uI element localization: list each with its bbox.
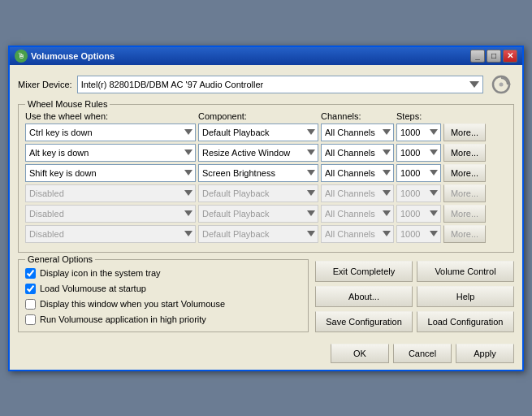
minimize-button[interactable]: _ [470,50,485,63]
steps-select-3[interactable]: 1000 [396,164,441,182]
checkbox-label-4: Run Volumouse application in high priori… [40,314,206,324]
channels-select-3[interactable]: All Channels [321,164,394,182]
header-steps: Steps: [396,111,441,121]
channels-select-4[interactable]: All Channels [321,184,394,202]
rule-row-6: Disabled Default Playback All Channels 1… [25,225,507,243]
action-buttons-area: Exit Completely Volume Control About... … [315,259,514,332]
channels-select-6[interactable]: All Channels [321,225,394,243]
close-button[interactable]: ✕ [503,50,517,63]
more-button-4[interactable]: More... [443,184,486,202]
content-area: Mixer Device: Intel(r) 82801DB/DBM AC '9… [10,65,522,339]
checkbox-row-3: Display this window when you start Volum… [25,299,301,310]
rule-row-3: Shift key is down Screen Brightness All … [25,164,507,182]
checkbox-label-3: Display this window when you start Volum… [40,299,225,309]
action-row-3: Save Configuration Load Configuration [315,311,514,332]
checkbox-row-2: Load Volumouse at startup [25,284,301,294]
when-select-5[interactable]: Disabled [25,205,196,223]
apply-button[interactable]: Apply [456,344,514,363]
header-component: Component: [198,111,318,121]
checkbox-display-icon[interactable] [25,268,36,279]
rule-row-5: Disabled Default Playback All Channels 1… [25,205,507,223]
help-button[interactable]: Help [417,286,514,307]
when-select-4[interactable]: Disabled [25,184,196,202]
more-button-2[interactable]: More... [443,144,486,162]
app-icon: 🖱 [15,50,28,63]
load-config-button[interactable]: Load Configuration [417,311,514,332]
checkbox-label-1: Display icon in the system tray [40,268,161,278]
when-select-1[interactable]: Ctrl key is down [25,124,196,141]
when-select-2[interactable]: Alt key is down [25,144,196,162]
bottom-section: General Options Display icon in the syst… [18,259,514,332]
steps-select-6[interactable]: 1000 [396,225,441,243]
when-select-3[interactable]: Shift key is down [25,164,196,182]
component-select-6[interactable]: Default Playback [198,225,318,243]
main-window: 🖱 Volumouse Options _ □ ✕ Mixer Device: … [8,46,524,371]
checkbox-high-priority[interactable] [25,314,36,325]
mixer-device-row: Mixer Device: Intel(r) 82801DB/DBM AC '9… [18,72,514,98]
refresh-icon [488,72,514,98]
svg-point-2 [500,82,504,86]
component-select-4[interactable]: Default Playback [198,184,318,202]
mixer-label: Mixer Device: [18,80,72,89]
channels-select-5[interactable]: All Channels [321,205,394,223]
checkbox-row-1: Display icon in the system tray [25,268,301,279]
component-select-1[interactable]: Default Playback [198,124,318,141]
title-bar-left: 🖱 Volumouse Options [15,50,115,63]
component-select-5[interactable]: Default Playback [198,205,318,223]
general-options-title: General Options [25,254,95,264]
general-options-group: General Options Display icon in the syst… [18,259,309,332]
ok-button[interactable]: OK [331,344,389,363]
rules-header-row: Use the wheel when: Component: Channels:… [25,111,507,121]
channels-select-2[interactable]: All Channels [321,144,394,162]
component-select-2[interactable]: Resize Active Window [198,144,318,162]
more-button-5[interactable]: More... [443,205,486,223]
when-select-6[interactable]: Disabled [25,225,196,243]
action-row-2: About... Help [315,286,514,307]
steps-select-1[interactable]: 1000 [396,124,441,141]
checkbox-row-4: Run Volumouse application in high priori… [25,314,301,325]
mixer-select[interactable]: Intel(r) 82801DB/DBM AC '97 Audio Contro… [77,76,483,93]
title-buttons: _ □ ✕ [470,50,517,63]
about-button[interactable]: About... [315,286,413,307]
title-bar: 🖱 Volumouse Options _ □ ✕ [10,47,522,65]
more-button-3[interactable]: More... [443,164,486,182]
maximize-button[interactable]: □ [487,50,501,63]
steps-select-5[interactable]: 1000 [396,205,441,223]
more-button-1[interactable]: More... [443,124,486,141]
rule-row-4: Disabled Default Playback All Channels 1… [25,184,507,202]
save-config-button[interactable]: Save Configuration [315,311,413,332]
cancel-button[interactable]: Cancel [393,344,452,363]
channels-select-1[interactable]: All Channels [321,124,394,141]
rule-row-2: Alt key is down Resize Active Window All… [25,144,507,162]
checkbox-load-startup[interactable] [25,284,36,294]
checkbox-label-2: Load Volumouse at startup [40,284,146,293]
more-button-6[interactable]: More... [443,225,486,243]
footer-area: OK Cancel Apply [10,339,522,370]
rule-row-1: Ctrl key is down Default Playback All Ch… [25,124,507,141]
volume-control-button[interactable]: Volume Control [417,261,514,282]
exit-completely-button[interactable]: Exit Completely [315,261,413,282]
header-channels: Channels: [321,111,394,121]
window-title: Volumouse Options [31,51,115,61]
header-when: Use the wheel when: [25,111,196,121]
steps-select-2[interactable]: 1000 [396,144,441,162]
wheel-rules-group: Wheel Mouse Rules Use the wheel when: Co… [18,104,514,253]
steps-select-4[interactable]: 1000 [396,184,441,202]
action-row-1: Exit Completely Volume Control [315,261,514,282]
component-select-3[interactable]: Screen Brightness [198,164,318,182]
wheel-rules-title: Wheel Mouse Rules [25,99,110,109]
checkbox-display-window[interactable] [25,299,36,310]
